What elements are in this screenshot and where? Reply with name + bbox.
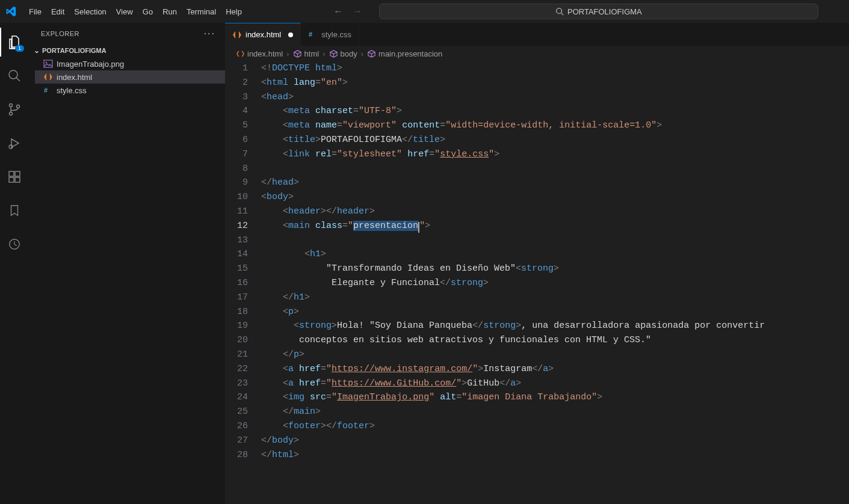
code-line[interactable]: <footer></footer> — [261, 419, 849, 434]
history-icon — [8, 238, 21, 251]
project-name: PORTAFOLIOFIGMA — [42, 47, 107, 54]
activity-extensions[interactable] — [0, 162, 29, 191]
menu-item-run[interactable]: Run — [158, 5, 182, 19]
code-line[interactable]: <head> — [261, 90, 849, 105]
svg-rect-8 — [9, 171, 14, 176]
menu-item-terminal[interactable]: Terminal — [182, 5, 221, 19]
activity-run-debug[interactable] — [0, 129, 29, 158]
svg-point-5 — [10, 112, 13, 115]
line-number: 25 — [225, 405, 248, 419]
activity-bookmark[interactable] — [0, 196, 29, 225]
file-item[interactable]: #style.css — [35, 84, 225, 97]
code-content[interactable]: <!DOCTYPE html><html lang="en"><head> <m… — [261, 61, 849, 504]
svg-point-6 — [17, 105, 20, 108]
html-file-icon — [236, 49, 245, 58]
editor-tab[interactable]: #style.css — [301, 23, 359, 46]
code-line[interactable]: <meta charset="UTF-8"> — [261, 104, 849, 118]
menu-item-view[interactable]: View — [111, 5, 138, 19]
breadcrumb-item[interactable]: html — [293, 49, 320, 58]
line-number: 12 — [225, 219, 248, 233]
code-line[interactable]: </body> — [261, 434, 849, 448]
line-number: 2 — [225, 76, 248, 90]
debug-icon — [7, 136, 22, 150]
command-center[interactable]: PORTAFOLIOFIGMA — [379, 4, 818, 19]
code-line[interactable]: <body> — [261, 190, 849, 204]
line-number: 13 — [225, 233, 248, 248]
file-name: style.css — [57, 86, 87, 95]
code-line[interactable]: </p> — [261, 348, 849, 362]
line-number: 3 — [225, 90, 248, 105]
svg-text:#: # — [309, 31, 312, 38]
code-line[interactable]: <!DOCTYPE html> — [261, 61, 849, 76]
breadcrumb-label: main.presentacion — [378, 49, 442, 58]
code-line[interactable]: <meta name="viewport" content="width=dev… — [261, 118, 849, 133]
breadcrumb-label: html — [304, 49, 320, 58]
code-line[interactable]: <a href="https://www.instagram.com/">Ins… — [261, 362, 849, 376]
code-line[interactable]: </html> — [261, 448, 849, 463]
code-line[interactable]: <html lang="en"> — [261, 76, 849, 90]
code-line[interactable]: <a href="https://www.GitHub.com/">GitHub… — [261, 376, 849, 391]
activity-source-control[interactable] — [0, 95, 29, 124]
line-number: 8 — [225, 162, 248, 176]
code-editor[interactable]: 1234567891011121314151617181920212223242… — [225, 61, 849, 504]
nav-forward-icon[interactable]: → — [353, 6, 362, 17]
titlebar: FileEditSelectionViewGoRunTerminalHelp ←… — [0, 0, 849, 23]
sidebar-project-header[interactable]: ⌄ PORTAFOLIOFIGMA — [29, 44, 225, 57]
line-number: 22 — [225, 362, 248, 376]
breadcrumb-item[interactable]: main.presentacion — [367, 49, 442, 58]
breadcrumb[interactable]: index.html›html›body›main.presentacion — [225, 46, 849, 61]
search-icon — [555, 7, 564, 16]
editor-tab[interactable]: index.html — [225, 23, 301, 46]
code-line[interactable]: <img src="ImagenTrabajo.png" alt="imagen… — [261, 390, 849, 405]
code-line[interactable]: Elegante y Funcional</strong> — [261, 276, 849, 290]
line-number: 9 — [225, 176, 248, 190]
code-line[interactable]: <title>PORTAFOLIOFIGMA</title> — [261, 133, 849, 147]
sidebar-more-icon[interactable]: ··· — [204, 28, 215, 39]
breadcrumb-item[interactable]: index.html — [236, 49, 283, 58]
code-line[interactable]: "Transformando Ideas en Diseño Web"<stro… — [261, 262, 849, 276]
menu-item-edit[interactable]: Edit — [46, 5, 69, 19]
code-line[interactable]: <h1> — [261, 247, 849, 262]
code-line[interactable]: <strong>Hola! "Soy Diana Panqueba</stron… — [261, 319, 849, 333]
activity-bar: 1 — [0, 23, 29, 504]
menu-item-help[interactable]: Help — [221, 5, 247, 19]
nav-back-icon[interactable]: ← — [333, 6, 343, 17]
menu-item-file[interactable]: File — [24, 5, 46, 19]
sidebar-title: EXPLORER — [41, 30, 79, 37]
line-number: 17 — [225, 290, 248, 305]
html-file-icon — [43, 72, 53, 82]
svg-text:#: # — [44, 87, 48, 94]
line-number: 27 — [225, 434, 248, 448]
code-line[interactable]: <p> — [261, 305, 849, 319]
code-line[interactable]: <header></header> — [261, 204, 849, 219]
svg-point-0 — [557, 8, 562, 14]
sidebar-header: EXPLORER ··· — [29, 23, 225, 44]
code-line[interactable]: <link rel="stylesheet" href="style.css"> — [261, 147, 849, 162]
code-line[interactable]: <main class="presentacion"> — [261, 219, 849, 233]
menu-item-go[interactable]: Go — [138, 5, 158, 19]
line-number: 15 — [225, 262, 248, 276]
line-number: 28 — [225, 448, 248, 463]
line-number: 18 — [225, 305, 248, 319]
code-line[interactable]: </head> — [261, 176, 849, 190]
line-number: 23 — [225, 376, 248, 391]
breadcrumb-item[interactable]: body — [329, 49, 357, 58]
line-number: 21 — [225, 348, 248, 362]
activity-timeline[interactable] — [0, 230, 29, 259]
sidebar: EXPLORER ··· ⌄ PORTAFOLIOFIGMA ImagenTra… — [29, 23, 225, 504]
menu-item-selection[interactable]: Selection — [69, 5, 111, 19]
breadcrumb-label: index.html — [247, 49, 283, 58]
code-line[interactable] — [261, 233, 849, 248]
file-item[interactable]: index.html — [35, 70, 225, 84]
activity-search[interactable] — [0, 61, 29, 90]
editor-tabs: index.html#style.css — [225, 23, 849, 46]
line-number: 4 — [225, 104, 248, 118]
code-line[interactable] — [261, 162, 849, 176]
svg-point-4 — [10, 104, 13, 107]
file-item[interactable]: ImagenTrabajo.png — [35, 57, 225, 70]
activity-explorer[interactable]: 1 — [0, 28, 29, 57]
code-line[interactable]: </h1> — [261, 290, 849, 305]
command-center-text: PORTAFOLIOFIGMA — [567, 7, 642, 16]
code-line[interactable]: </main> — [261, 405, 849, 419]
code-line[interactable]: conceptos en sitios web atractivos y fun… — [261, 333, 849, 348]
